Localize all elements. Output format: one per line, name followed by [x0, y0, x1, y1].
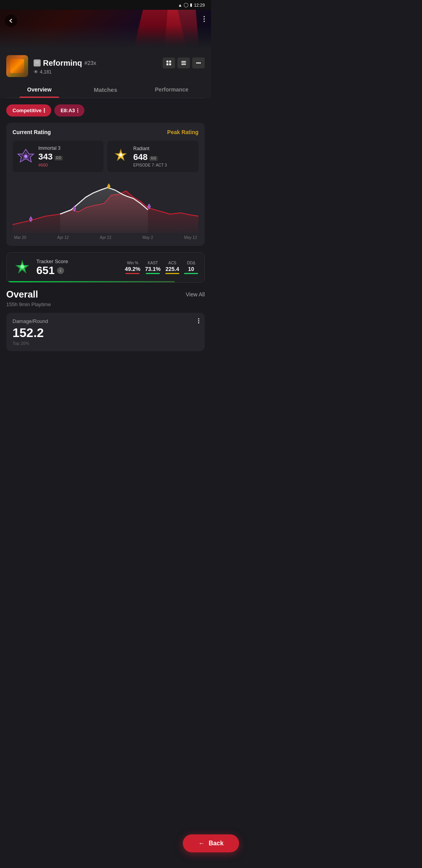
profile-section: 🛡 Reforminq #23x	[0, 49, 211, 98]
rating-header: Current Rating Peak Rating	[13, 129, 198, 135]
filter-competitive[interactable]: Competitive	[6, 104, 51, 117]
profile-row: 🛡 Reforminq #23x	[6, 55, 205, 77]
username: Reforminq	[43, 59, 82, 68]
filter-episode[interactable]: E8:A3	[54, 104, 84, 117]
svg-point-8	[196, 63, 197, 64]
view-list-button[interactable]	[177, 57, 190, 68]
stat-bar-acs	[165, 273, 179, 274]
svg-rect-5	[181, 63, 186, 63]
damage-round-info: Damage/Round 152.2 Top 20%	[13, 318, 48, 346]
tracker-score-value: 651	[36, 264, 55, 277]
svg-point-16	[119, 153, 122, 156]
svg-rect-4	[181, 61, 186, 62]
stat-bar-dda	[184, 273, 198, 274]
damage-round-sub: Top 20%	[13, 341, 48, 346]
avatar	[6, 55, 28, 77]
hero-banner	[0, 10, 211, 49]
guild-icon: 🛡	[34, 59, 41, 66]
tracker-score-card: Tracker Score 651 i Win % 49.2% KAST 73.…	[6, 252, 205, 283]
view-grid-button[interactable]	[163, 57, 175, 68]
profile-info: 🛡 Reforminq #23x	[34, 57, 205, 75]
main-content: Competitive E8:A3 Current Rating Peak Ra…	[0, 98, 211, 364]
svg-point-10	[200, 63, 201, 64]
damage-round-card: Damage/Round 152.2 Top 20%	[6, 313, 205, 351]
chart-label-4: May 12	[184, 235, 197, 240]
peak-rank-details: Radiant 648 RR EPISODE 7: ACT 3	[133, 146, 167, 167]
peak-rank-name: Radiant	[133, 146, 167, 151]
svg-rect-6	[181, 64, 186, 65]
overall-title: Overall	[6, 289, 38, 300]
tracker-rank-icon	[13, 258, 32, 277]
current-rating-label: Current Rating	[13, 129, 51, 135]
tracker-stat-winpct: Win % 49.2%	[125, 261, 141, 274]
filter-row: Competitive E8:A3	[6, 104, 205, 117]
damage-round-value: 152.2	[13, 326, 48, 340]
profile-name-row: 🛡 Reforminq #23x	[34, 57, 205, 68]
notification-icon: ◯	[184, 2, 188, 7]
stat-bar-kast	[146, 273, 160, 274]
peak-episode: EPISODE 7: ACT 3	[133, 163, 167, 167]
view-icons	[163, 57, 205, 68]
wifi-icon: ▲	[178, 3, 182, 7]
back-button-hero[interactable]	[5, 14, 17, 27]
tracker-score-row: 651 i	[36, 264, 68, 277]
overall-section: Overall View All 155h 9min Playtime Dama…	[6, 289, 205, 351]
chart-label-2: Apr 22	[100, 235, 111, 240]
overall-header: Overall View All	[6, 289, 205, 300]
svg-point-9	[198, 63, 199, 64]
chart-label-1: Apr 12	[57, 235, 69, 240]
eye-icon: 👁	[34, 69, 38, 75]
time-display: 12:29	[194, 3, 205, 7]
peak-rr-label: RR	[149, 156, 158, 161]
nav-tabs: Overview Matches Performance	[6, 82, 205, 98]
episode-menu-icon[interactable]	[77, 108, 79, 113]
hero-menu-button[interactable]	[202, 14, 206, 23]
view-all-button[interactable]: View All	[186, 291, 205, 298]
tracker-info-icon[interactable]: i	[57, 267, 64, 274]
episode-label: E8:A3	[61, 108, 75, 113]
competitive-menu-icon[interactable]	[44, 108, 45, 113]
rating-boxes: Immortal 3 343 RR #660	[13, 141, 198, 172]
tab-performance[interactable]: Performance	[139, 82, 205, 98]
damage-card-menu[interactable]	[198, 318, 199, 323]
followers-row: 👁 4,181	[34, 69, 205, 75]
svg-rect-3	[169, 63, 171, 65]
svg-rect-0	[166, 61, 168, 63]
current-rr-number: 343	[38, 152, 53, 162]
followers-count: 4,181	[40, 69, 52, 75]
tracker-stat-kast: KAST 73.1%	[145, 261, 161, 274]
tab-overview[interactable]: Overview	[6, 82, 72, 98]
current-rr-label: RR	[54, 156, 63, 161]
chart-label-3: May 2	[142, 235, 153, 240]
user-tag: #23x	[84, 60, 96, 66]
tracker-stat-dda: DDΔ 10	[184, 261, 198, 274]
chart-label-0: Mar 20	[14, 235, 26, 240]
svg-point-13	[24, 155, 27, 158]
svg-rect-1	[169, 61, 171, 63]
chart-labels: Mar 20 Apr 12 Apr 22 May 2 May 12	[13, 235, 198, 240]
tracker-stats: Win % 49.2% KAST 73.1% ACS 225.4 DDΔ 10	[125, 261, 198, 274]
battery-icon: ▮	[190, 2, 192, 7]
competitive-label: Competitive	[13, 108, 41, 113]
peak-rating-box: Radiant 648 RR EPISODE 7: ACT 3	[107, 141, 198, 172]
tracker-info: Tracker Score 651 i	[36, 258, 68, 277]
status-bar: ▲ ◯ ▮ 12:29	[0, 0, 211, 10]
view-more-button[interactable]	[192, 57, 205, 68]
rating-card: Current Rating Peak Rating Immortal 3 34…	[6, 123, 205, 246]
rating-chart	[13, 178, 198, 233]
current-rank-details: Immortal 3 343 RR #660	[38, 145, 63, 167]
current-rank-hash: #660	[38, 163, 63, 167]
current-rating-box: Immortal 3 343 RR #660	[13, 141, 104, 172]
damage-round-label: Damage/Round	[13, 318, 48, 324]
tracker-label: Tracker Score	[36, 258, 68, 264]
current-rank-name: Immortal 3	[38, 145, 63, 151]
peak-rating-label: Peak Rating	[167, 129, 198, 135]
immortal-rank-icon	[17, 148, 34, 165]
tab-matches[interactable]: Matches	[72, 82, 138, 98]
radiant-rank-icon	[112, 148, 129, 165]
chart-area	[13, 178, 198, 233]
svg-point-23	[20, 265, 24, 269]
svg-rect-2	[166, 63, 168, 65]
playtime: 155h 9min Playtime	[6, 301, 205, 307]
stat-bar-winpct	[125, 273, 139, 274]
